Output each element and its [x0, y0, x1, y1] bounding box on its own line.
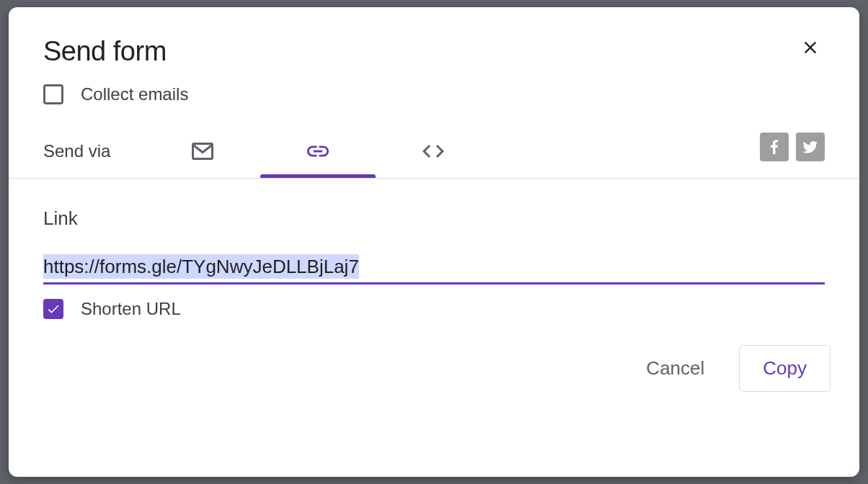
twitter-icon [802, 138, 819, 156]
cancel-button[interactable]: Cancel [629, 346, 722, 391]
collect-emails-checkbox[interactable] [43, 84, 63, 104]
shorten-url-row: Shorten URL [43, 299, 825, 319]
close-icon [800, 37, 820, 58]
collect-emails-label: Collect emails [81, 84, 188, 104]
link-input[interactable]: https://forms.gle/TYgNwyJeDLLBjLaj7 [43, 254, 359, 279]
tab-embed[interactable] [376, 125, 491, 178]
dialog-footer: Cancel Copy [9, 333, 859, 409]
email-icon [190, 138, 216, 164]
tab-link[interactable] [260, 125, 376, 178]
link-section: Link https://forms.gle/TYgNwyJeDLLBjLaj7… [9, 179, 859, 333]
embed-icon [420, 138, 446, 164]
twitter-button[interactable] [796, 133, 825, 161]
send-via-row: Send via [9, 125, 859, 179]
link-icon [305, 138, 331, 164]
shorten-url-label: Shorten URL [81, 299, 181, 319]
tab-email[interactable] [145, 125, 260, 178]
collect-emails-row: Collect emails [9, 84, 859, 125]
social-share [760, 133, 825, 170]
send-via-label: Send via [43, 141, 110, 161]
shorten-url-checkbox[interactable] [43, 299, 63, 319]
close-button[interactable] [796, 33, 825, 62]
copy-button[interactable]: Copy [739, 345, 831, 392]
link-heading: Link [43, 207, 825, 230]
send-via-tabs [145, 125, 491, 178]
link-input-wrap[interactable]: https://forms.gle/TYgNwyJeDLLBjLaj7 [43, 256, 825, 284]
facebook-button[interactable] [760, 133, 789, 161]
send-form-dialog: Send form Collect emails Send via [9, 7, 859, 477]
facebook-icon [766, 138, 783, 156]
dialog-title: Send form [43, 36, 167, 67]
check-icon [46, 302, 61, 316]
dialog-header: Send form [9, 7, 859, 84]
